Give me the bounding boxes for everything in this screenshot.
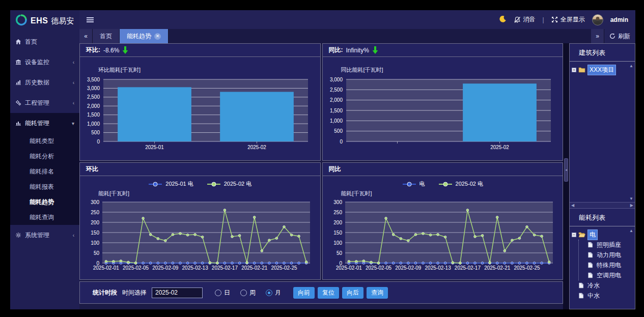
svg-text:500: 500	[91, 130, 100, 135]
scroll-up-icon[interactable]: ▲	[629, 64, 633, 68]
tabs-scroll-left-icon[interactable]: «	[79, 29, 93, 43]
tree-item-特殊用电[interactable]: 特殊用电	[581, 260, 634, 270]
向前-button[interactable]: 向前	[293, 287, 315, 299]
legend-item-2025-02 电[interactable]: 2025-02 电	[207, 180, 251, 188]
radio-周[interactable]: 周	[240, 289, 256, 297]
menu-toggle-icon[interactable]	[87, 17, 94, 22]
refresh-button[interactable]: 刷新	[604, 29, 635, 43]
panel-splitter[interactable]: ◂	[563, 43, 569, 309]
svg-text:2025-02-17: 2025-02-17	[454, 265, 481, 271]
sidebar-subitem-能耗类型[interactable]: 能耗类型	[10, 133, 79, 149]
svg-text:2025-02-25: 2025-02-25	[514, 265, 540, 271]
radio-月[interactable]: 月	[266, 289, 281, 297]
tab-首页[interactable]: 首页	[93, 29, 120, 43]
file-icon	[587, 272, 593, 278]
chevron-icon: ‹	[73, 233, 74, 238]
content-column: 消音 | 全屏显示 ad	[79, 10, 635, 309]
svg-text:50: 50	[94, 250, 100, 256]
tabs-scroll-right-icon[interactable]: »	[591, 29, 604, 43]
app-logo[interactable]: EHS 德易安	[10, 10, 79, 32]
horizontal-scrollbar[interactable]: ◀ ▶	[570, 202, 635, 209]
file-icon	[587, 252, 593, 258]
sidebar-item-能耗管理[interactable]: 能耗管理▾	[10, 113, 79, 133]
folder-open-icon	[578, 232, 585, 238]
sidebar-item-系统管理[interactable]: 系统管理‹	[10, 225, 79, 245]
legend-label: 2025-02 电	[456, 180, 483, 188]
bar-2025-01[interactable]	[118, 87, 191, 141]
tree-item-XXX项目[interactable]: +XXX项目	[572, 65, 634, 75]
radio-日[interactable]: 日	[215, 289, 230, 297]
panel-header: 环比	[80, 163, 320, 176]
sidebar-subitem-能耗查询[interactable]: 能耗查询	[10, 210, 79, 225]
panel-value: -8.6%	[103, 47, 119, 54]
tab-close-icon[interactable]: ✕	[154, 33, 161, 40]
bar-2025-02[interactable]	[463, 83, 537, 141]
sidebar-subitem-能耗报表[interactable]: 能耗报表	[10, 179, 79, 194]
svg-text:2025-02-09: 2025-02-09	[152, 265, 179, 271]
radio-circle-icon	[215, 290, 221, 296]
building-list-title: 建筑列表	[570, 44, 635, 62]
scroll-up-icon[interactable]: ▲	[629, 228, 633, 233]
history-data-icon	[15, 79, 21, 85]
splitter-handle-icon[interactable]: ◂	[564, 158, 568, 182]
sidebar-item-工程管理[interactable]: 工程管理‹	[10, 93, 79, 113]
mute-button[interactable]: 消音	[514, 15, 536, 24]
sidebar-subitem-能耗分析[interactable]: 能耗分析	[10, 149, 79, 164]
device-monitor-icon	[15, 59, 21, 65]
sidebar-item-历史数据[interactable]: 历史数据‹	[10, 72, 79, 93]
radio-circle-icon	[266, 290, 272, 296]
tree-item-照明插座[interactable]: 照明插座	[581, 240, 634, 250]
tree-item-电[interactable]: −电	[572, 229, 634, 240]
panel-value: Infinity%	[346, 47, 369, 54]
legend-item-电[interactable]: 电	[402, 180, 425, 188]
sidebar-item-首页[interactable]: 首页	[10, 32, 79, 52]
svg-text:2025-02-17: 2025-02-17	[212, 265, 238, 271]
tree-item-动力用电[interactable]: 动力用电	[581, 250, 634, 260]
logo-text-en: EHS	[31, 16, 48, 25]
panel-tongbi-line: 同比 电2025-02 电 能耗[千瓦时] 050100150200250300…	[322, 162, 564, 280]
sidebar-group-2: 历史数据‹	[10, 72, 79, 93]
time-input[interactable]	[152, 287, 203, 298]
right-panel: 建筑列表 ▲ ▼ +XXX项目 ◀ ▶ 能耗列表 ▲ −电照明插座动力用电特殊用…	[569, 43, 635, 309]
tab-能耗趋势[interactable]: 能耗趋势✕	[120, 29, 169, 43]
svg-text:2025-02-21: 2025-02-21	[241, 265, 268, 271]
sidebar-subitem-能耗趋势[interactable]: 能耗趋势	[10, 194, 79, 210]
查询-button[interactable]: 查询	[367, 287, 388, 299]
chevron-icon: ‹	[73, 80, 74, 85]
file-icon	[587, 242, 593, 248]
huanbi-bar-chart: 05001,0001,5002,0002,5003,0003,5002025-0…	[80, 75, 318, 153]
svg-text:100: 100	[91, 240, 99, 246]
svg-text:250: 250	[91, 210, 99, 215]
tongbi-bar-chart: 05001,0001,5002,0002,5003,0002025-02	[323, 75, 561, 153]
sidebar-item-label: 工程管理	[25, 99, 49, 107]
svg-text:2,500: 2,500	[87, 94, 100, 100]
legend-item-2025-01 电[interactable]: 2025-01 电	[148, 180, 193, 188]
tree-item-中水[interactable]: 中水	[572, 291, 634, 301]
sidebar-subitem-能耗排名[interactable]: 能耗排名	[10, 164, 79, 179]
chart-area: 环比能耗[千瓦时] 05001,0001,5002,0002,5003,0003…	[80, 57, 320, 155]
scroll-left-icon[interactable]: ◀	[571, 203, 574, 208]
sidebar: EHS 德易安 首页设备监控‹历史数据‹工程管理‹能耗管理▾能耗类型能耗分析能耗…	[10, 10, 79, 309]
svg-text:250: 250	[333, 210, 342, 215]
main-content: 环比: -8.6% 环比能耗[千瓦时] 05001,0001,5002,0002…	[79, 43, 563, 309]
collapse-box-icon[interactable]: −	[572, 233, 576, 237]
fullscreen-button[interactable]: 全屏显示	[551, 15, 585, 24]
scroll-right-icon[interactable]: ▶	[630, 203, 633, 208]
向后-button[interactable]: 向后	[342, 287, 363, 299]
复位-button[interactable]: 复位	[318, 287, 339, 299]
tree-item-冷水[interactable]: 冷水	[572, 280, 634, 291]
legend-item-2025-02 电[interactable]: 2025-02 电	[438, 180, 483, 188]
moon-icon[interactable]	[499, 15, 507, 24]
expand-box-icon[interactable]: +	[572, 68, 576, 72]
system-manage-icon	[15, 232, 21, 238]
svg-text:2025-02-13: 2025-02-13	[182, 265, 209, 271]
scroll-down-icon[interactable]: ▼	[629, 196, 633, 201]
bar-2025-02[interactable]	[220, 92, 294, 141]
huanbi-line-chart: 0501001502002503002025-02-012025-02-0520…	[80, 199, 318, 273]
tab-label: 首页	[100, 32, 112, 41]
tree-item-空调用电[interactable]: 空调用电	[581, 270, 634, 280]
sidebar-item-设备监控[interactable]: 设备监控‹	[10, 52, 79, 72]
file-icon	[587, 262, 593, 268]
svg-text:1,000: 1,000	[87, 121, 100, 127]
user-avatar[interactable]	[592, 14, 603, 25]
